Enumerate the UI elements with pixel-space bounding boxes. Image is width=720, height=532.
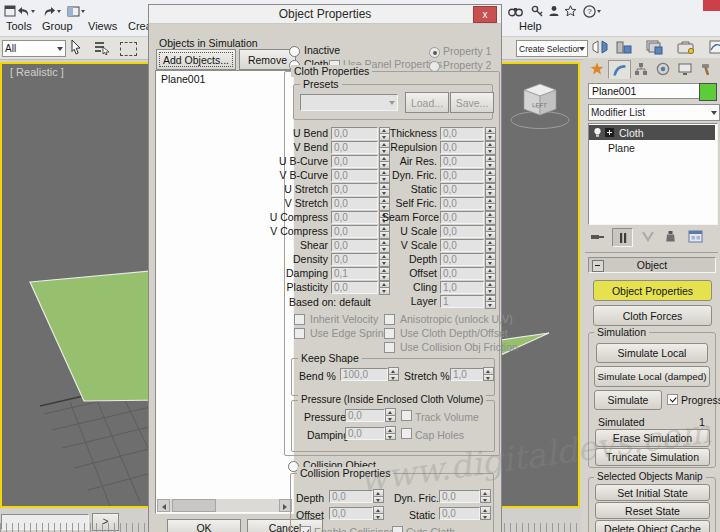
spinner[interactable] [485, 225, 496, 238]
save-button[interactable]: Save... [450, 92, 494, 113]
checkbox[interactable] [384, 314, 395, 325]
tab-create[interactable] [586, 60, 607, 77]
tab-utilities[interactable] [696, 60, 717, 77]
spinner[interactable] [485, 211, 496, 224]
menu-views[interactable]: Views [88, 20, 117, 32]
static-value-field[interactable]: 0,0 [439, 507, 480, 520]
spinner[interactable] [385, 426, 396, 439]
spinner[interactable] [485, 281, 496, 294]
app-close-fragment[interactable] [703, 0, 720, 11]
remove-modifier-icon[interactable] [661, 228, 680, 245]
simulate-local-damped-button[interactable]: Simulate Local (damped) [594, 366, 710, 387]
spinner[interactable] [485, 267, 496, 280]
stack-item-cloth[interactable]: Cloth [589, 125, 715, 140]
spinner[interactable] [385, 408, 396, 421]
cloth-forces-button[interactable]: Cloth Forces [593, 305, 712, 326]
spinner[interactable] [485, 295, 496, 308]
spinner[interactable] [480, 489, 491, 502]
menu-help[interactable]: Help [519, 20, 542, 32]
checkbox[interactable] [294, 314, 305, 325]
param-value-field[interactable]: 1 [440, 295, 484, 308]
scroll-thumb[interactable] [172, 499, 216, 512]
offset-value-field[interactable]: 0,0 [329, 507, 373, 520]
param-value-field[interactable]: 0,0 [440, 267, 484, 280]
spinner[interactable] [485, 127, 496, 140]
spinner[interactable] [485, 155, 496, 168]
spinner[interactable] [485, 253, 496, 266]
param-value-field[interactable]: 0,1 [331, 267, 378, 280]
enable-collisions-checkbox[interactable] [300, 526, 311, 532]
param-value-field[interactable]: 0,0 [440, 197, 484, 210]
object-name-field[interactable]: Plane001 [588, 83, 703, 99]
param-value-field[interactable]: 0,0 [331, 141, 378, 154]
damping-value-field[interactable]: 0,0 [345, 427, 385, 440]
list-hscrollbar[interactable] [157, 499, 292, 512]
checkbox[interactable] [294, 328, 305, 339]
close-icon[interactable]: x [473, 6, 497, 23]
selection-filter-combo[interactable]: All [2, 40, 66, 57]
param-value-field[interactable]: 0,0 [331, 169, 378, 182]
stack-item-plane[interactable]: Plane [589, 141, 715, 155]
stretch-value-field[interactable]: 1,0 [450, 368, 486, 381]
param-value-field[interactable]: 0,0 [440, 239, 484, 252]
spinner[interactable] [485, 141, 496, 154]
select-object-icon[interactable] [66, 38, 86, 56]
layer-manager-icon[interactable] [644, 38, 664, 56]
lightbulb-icon[interactable] [592, 127, 603, 139]
viewport-shading-label[interactable]: [ Realistic ] [10, 66, 64, 78]
param-value-field[interactable]: 0,0 [440, 183, 484, 196]
remove-button[interactable]: Remove [239, 49, 296, 70]
param-value-field[interactable]: 0,0 [440, 225, 484, 238]
collapse-icon[interactable] [592, 260, 604, 272]
tab-motion[interactable] [652, 60, 673, 77]
param-value-field[interactable]: 0,0 [331, 197, 378, 210]
menu-group[interactable]: Group [42, 20, 73, 32]
truncate-simulation-button[interactable]: Truncate Simulation [595, 448, 710, 466]
mirror-icon[interactable] [590, 38, 610, 56]
spinner[interactable] [373, 506, 384, 519]
named-selection-combo[interactable]: Create Selection Se [516, 40, 588, 57]
object-color-swatch[interactable] [699, 83, 717, 101]
param-value-field[interactable]: 0,0 [440, 169, 484, 182]
make-unique-icon[interactable] [638, 228, 657, 245]
delete-object-cache-button[interactable]: Delete Object Cache [595, 520, 710, 532]
simulate-button[interactable]: Simulate [594, 390, 662, 410]
param-value-field[interactable]: 0,0 [440, 127, 484, 140]
spinner[interactable] [485, 197, 496, 210]
dialog-title[interactable]: Object Properties [149, 5, 501, 24]
spinner[interactable] [485, 169, 496, 182]
inactive-radio[interactable] [289, 46, 300, 57]
show-end-result-icon[interactable] [612, 228, 633, 247]
list-item[interactable]: Plane001 [156, 71, 293, 87]
cuts-cloth-checkbox[interactable] [392, 526, 403, 532]
checkbox[interactable] [384, 328, 395, 339]
cap-holes-checkbox[interactable] [401, 428, 412, 439]
param-value-field[interactable]: 0,0 [331, 239, 378, 252]
pin-stack-icon[interactable] [588, 228, 607, 245]
modifier-list-dropdown[interactable]: Modifier List [588, 104, 720, 121]
param-value-field[interactable]: 0,0 [331, 281, 378, 294]
param-value-field[interactable]: 1,0 [440, 281, 484, 294]
property1-radio[interactable] [429, 47, 440, 58]
spinner[interactable] [485, 239, 496, 252]
tab-hierarchy[interactable] [630, 60, 651, 77]
erase-simulation-button[interactable]: Erase Simulation [595, 429, 710, 447]
pressure-value-field[interactable]: 0,0 [345, 409, 385, 422]
param-value-field[interactable]: 0,0 [331, 225, 378, 238]
reset-state-button[interactable]: Reset State [595, 502, 710, 519]
param-value-field[interactable]: 0,0 [331, 211, 378, 224]
depth-value-field[interactable]: 0,0 [329, 490, 373, 503]
spinner[interactable] [373, 489, 384, 502]
param-value-field[interactable]: 0,0 [440, 211, 484, 224]
toolbox-icon[interactable] [676, 38, 696, 56]
presets-combo[interactable] [300, 94, 398, 111]
add-objects-button[interactable]: Add Objects... [156, 49, 236, 70]
dyn-fric-value-field[interactable]: 0,0 [439, 490, 480, 503]
tab-display[interactable] [674, 60, 695, 77]
load-button[interactable]: Load... [405, 92, 449, 113]
checkbox[interactable] [384, 342, 395, 353]
expand-plus-icon[interactable] [605, 128, 614, 137]
tab-modify[interactable] [608, 60, 631, 79]
param-value-field[interactable]: 0,0 [331, 253, 378, 266]
object-properties-button[interactable]: Object Properties [593, 280, 712, 301]
